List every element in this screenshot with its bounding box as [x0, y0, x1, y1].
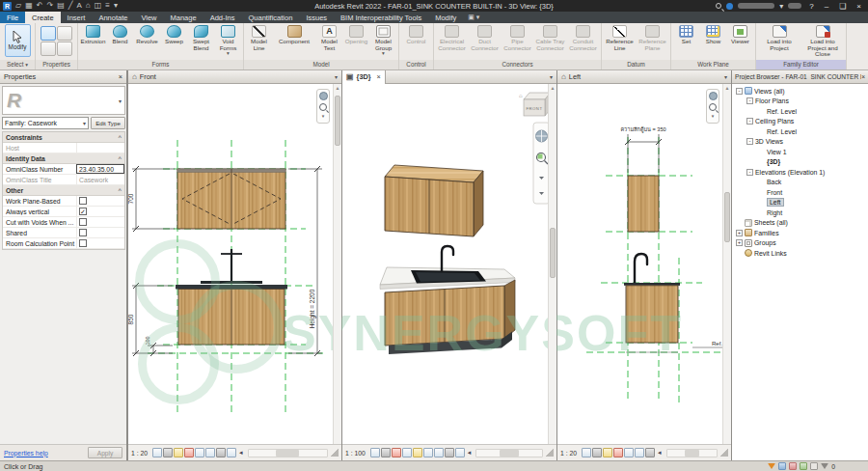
control-bar-expand-icon[interactable]: ◂ [656, 449, 664, 457]
worksets-icon[interactable] [768, 463, 775, 469]
filter-icon[interactable] [821, 463, 828, 469]
cut-with-voids-checkbox[interactable] [79, 218, 87, 226]
view-tab-dropdown-icon[interactable]: ▾ [724, 73, 731, 80]
tree-item-families[interactable]: +Families [732, 228, 868, 238]
tree-item-elevations[interactable]: -Elevations (Elevation 1) [732, 167, 868, 178]
load-into-project-and-close-button[interactable]: Load into Project and Close [801, 24, 844, 59]
navigation-bar-mini[interactable]: ▾ [316, 89, 330, 124]
expand-icon[interactable]: + [736, 230, 743, 236]
front-view-tab[interactable]: Front [140, 72, 156, 81]
shadows-icon[interactable] [402, 448, 412, 457]
blend-button[interactable]: Blend [107, 24, 133, 59]
print-icon[interactable]: ▤ [57, 1, 65, 11]
collapse-icon[interactable]: - [736, 88, 743, 95]
tree-item-views[interactable]: -Views (all) [732, 86, 868, 97]
viewcube-front-face[interactable]: FRONT [527, 106, 543, 111]
load-into-project-button[interactable]: Load into Project [758, 24, 800, 59]
ribbon-display-toggle-icon[interactable]: ▣ ▾ [463, 12, 484, 23]
visual-style-icon[interactable] [163, 448, 173, 457]
crop-view-icon[interactable] [195, 448, 204, 457]
dim-700-label[interactable]: 700 [128, 193, 134, 204]
store-icon-redacted[interactable] [788, 3, 801, 9]
reveal-hidden-elements-icon[interactable] [227, 448, 236, 457]
properties-close-icon[interactable]: × [119, 72, 126, 81]
faucet-3d[interactable] [442, 246, 453, 271]
rendering-dialog-icon[interactable] [413, 448, 422, 457]
tree-item-3d-views[interactable]: -3D Views [732, 137, 868, 148]
collapse-icon[interactable]: - [746, 118, 753, 125]
steering-wheel-icon[interactable] [319, 92, 328, 100]
section-pin-icon[interactable]: ^ [118, 134, 122, 140]
family-types-icon[interactable] [57, 26, 72, 41]
sun-path-icon[interactable] [603, 448, 612, 457]
show-crop-icon[interactable] [635, 448, 644, 457]
section-pin-icon[interactable]: ^ [118, 187, 122, 193]
account-dropdown-icon[interactable]: ▾ [779, 2, 783, 11]
upper-cabinet-side[interactable] [628, 176, 659, 232]
dim-depth-label[interactable]: ความลึกตู้บน = 350 [620, 126, 665, 133]
dim-100-label[interactable]: 100 [145, 336, 150, 345]
reveal-hidden-elements-icon[interactable] [455, 448, 465, 457]
select-toggles-icon[interactable] [810, 462, 818, 470]
revolve-button[interactable]: Revolve [134, 24, 160, 59]
type-preview[interactable]: R▾ [2, 86, 125, 115]
temporary-hide-isolate-icon[interactable] [216, 448, 226, 457]
edit-type-button[interactable]: Edit Type [91, 117, 125, 129]
restore-button[interactable]: ❏ [836, 2, 849, 11]
property-row[interactable]: Work Plane-Based [3, 196, 124, 207]
properties-help-link[interactable]: Properties help [4, 450, 48, 457]
property-row[interactable]: OmniClass Number23.40.35.00 [3, 164, 124, 175]
property-row[interactable]: OmniClass TitleCasework [3, 175, 124, 185]
void-forms-dropdown-icon[interactable]: ▾ [227, 51, 230, 55]
open-icon[interactable]: ▱ [15, 1, 21, 11]
expand-icon[interactable]: + [736, 239, 743, 246]
temporary-hide-isolate-icon[interactable] [645, 448, 655, 457]
detail-level-icon[interactable] [152, 448, 162, 457]
component-button[interactable]: Component [273, 24, 315, 59]
tree-item-groups[interactable]: +Groups [732, 238, 868, 249]
shadows-icon[interactable] [184, 448, 194, 457]
design-options-icon[interactable] [778, 462, 786, 470]
type-properties-icon[interactable] [57, 42, 72, 56]
crop-view-icon[interactable] [423, 448, 433, 457]
project-browser-close-icon[interactable]: × [861, 73, 868, 80]
reference-line-button[interactable]: Reference Line [604, 24, 636, 59]
scale-control[interactable]: 1 : 20 [560, 450, 577, 457]
property-row[interactable]: Room Calculation Point [3, 238, 124, 249]
left-view-tab[interactable]: Left [569, 72, 581, 81]
section-constraints[interactable]: Constraints^ [3, 132, 124, 143]
shared-checkbox[interactable] [79, 229, 87, 236]
tree-item-ref-level[interactable]: Ref. Level [732, 106, 868, 117]
property-row[interactable]: Always vertical✓ [3, 207, 124, 217]
close-view-icon[interactable]: × [377, 72, 381, 81]
horizontal-scrollbar[interactable] [666, 449, 718, 457]
crop-view-icon[interactable] [624, 448, 634, 457]
temporary-hide-isolate-icon[interactable] [445, 448, 454, 457]
tree-item-view-1[interactable]: View 1 [732, 147, 868, 157]
detail-level-icon[interactable] [370, 448, 380, 457]
faucet-front[interactable] [221, 249, 242, 284]
tree-item-3d-active[interactable]: {3D} [732, 157, 868, 168]
section-identity-data[interactable]: Identity Data^ [3, 153, 124, 164]
tab-modify[interactable]: Modify [428, 12, 463, 23]
three-d-canvas[interactable]: FRONT ⌂ [342, 84, 556, 444]
base-cabinet-front[interactable] [176, 281, 287, 345]
sun-path-icon[interactable] [174, 448, 183, 457]
base-cabinet-side[interactable] [624, 254, 680, 352]
tree-item-floor-plans[interactable]: -Floor Plans [732, 97, 868, 107]
dimension-depth[interactable] [625, 134, 662, 173]
resize-corner[interactable] [546, 449, 554, 457]
family-filter-combo[interactable]: Family: Casework▾ [2, 117, 89, 129]
extrusion-button[interactable]: Extrusion [80, 24, 106, 59]
collapse-icon[interactable]: - [746, 169, 753, 176]
tab-quantification[interactable]: Quantification [242, 12, 300, 23]
ref-label[interactable]: Ref. [712, 341, 722, 346]
zoom-icon[interactable] [319, 103, 327, 111]
viewer-button[interactable]: Viewer [727, 24, 753, 59]
tree-item-back[interactable]: Back [732, 178, 868, 188]
visual-style-icon[interactable] [592, 448, 602, 457]
collapse-icon[interactable]: - [746, 97, 753, 104]
property-row[interactable]: Shared [3, 228, 124, 238]
tab-bim-interoperability[interactable]: BIM Interoperability Tools [334, 12, 428, 23]
set-work-plane-button[interactable]: Set [673, 24, 699, 59]
